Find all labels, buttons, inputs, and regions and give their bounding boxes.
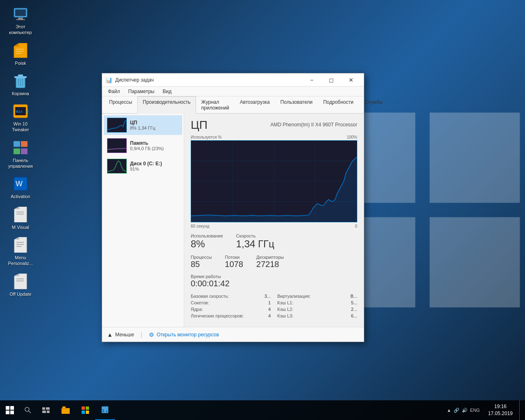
desktop-icon-activation[interactable]: W Activation bbox=[4, 174, 37, 201]
desktop-icon-control-panel[interactable]: Панель управления bbox=[4, 138, 37, 171]
monitor-link-container: ⚙ Открыть монитор ресурсов bbox=[149, 331, 219, 338]
taskbar-explorer-button[interactable] bbox=[56, 400, 75, 420]
close-button[interactable]: ✕ bbox=[342, 73, 361, 87]
chart-pct-100: 100% bbox=[347, 135, 357, 139]
desktop-icon-poisk[interactable]: Poisk bbox=[4, 41, 37, 68]
taskbar-search-button[interactable] bbox=[20, 400, 36, 420]
svg-rect-66 bbox=[103, 409, 104, 412]
svg-rect-51 bbox=[10, 411, 14, 414]
threads-label: Потоки bbox=[225, 255, 243, 260]
svg-rect-6 bbox=[18, 18, 23, 19]
svg-rect-68 bbox=[106, 411, 107, 412]
processes-value: 85 bbox=[191, 260, 212, 269]
desktop-icon-mvisual[interactable]: M.Visual bbox=[4, 205, 37, 232]
task-manager-body: ЦП 8% 1,34 ГГц Память 0,9/4,0 ГБ (23%) bbox=[102, 114, 364, 327]
cpu-model: AMD Phenom(tm) II X4 960T Processor bbox=[270, 122, 357, 128]
this-pc-label: Этот компьютер bbox=[6, 24, 35, 36]
svg-rect-30 bbox=[16, 212, 24, 212]
detail-cache-l3: Кэш L3: 6... bbox=[277, 313, 357, 319]
svg-rect-7 bbox=[16, 19, 25, 20]
descriptors-value: 27218 bbox=[256, 260, 284, 269]
control-panel-label: Панель управления bbox=[6, 158, 35, 169]
sidebar-item-cpu[interactable]: ЦП 8% 1,34 ГГц bbox=[104, 115, 182, 135]
svg-rect-31 bbox=[16, 214, 24, 215]
start-button[interactable] bbox=[0, 400, 20, 420]
svg-rect-62 bbox=[86, 406, 89, 410]
open-monitor-link[interactable]: Открыть монитор ресурсов bbox=[157, 332, 219, 338]
tab-details[interactable]: Подробности bbox=[318, 96, 359, 114]
cpu-title: ЦП bbox=[191, 119, 208, 132]
tab-autostart[interactable]: Автозагрузка bbox=[235, 96, 275, 114]
svg-rect-60 bbox=[62, 406, 66, 409]
detail-sockets: Сокетов: 1 bbox=[191, 300, 271, 306]
mvisual-label: M.Visual bbox=[12, 224, 29, 230]
desktop-icon-off-update[interactable]: Off Update bbox=[4, 272, 37, 299]
tab-users[interactable]: Пользователи bbox=[275, 96, 318, 114]
tab-performance[interactable]: Производительность bbox=[137, 96, 196, 114]
task-manager-titlebar: 📊 Диспетчер задач − ◻ ✕ bbox=[102, 73, 364, 87]
monitor-icon: ⚙ bbox=[149, 331, 154, 338]
poisk-icon bbox=[12, 42, 29, 59]
less-button[interactable]: ▲ Меньше bbox=[107, 331, 134, 338]
taskbar-right: ▲ 🔗 🔊 ENG 19:16 17.05.2019 bbox=[445, 400, 525, 420]
svg-rect-50 bbox=[6, 411, 9, 414]
disk-sidebar-info: Диск 0 (C: E:) 91% bbox=[130, 161, 179, 171]
show-desktop-button[interactable] bbox=[519, 400, 522, 420]
svg-rect-34 bbox=[16, 242, 24, 243]
cpu-header: ЦП AMD Phenom(tm) II X4 960T Processor bbox=[191, 119, 357, 132]
stat-uptime: Время работы 0:00:01:42 bbox=[191, 274, 230, 288]
svg-rect-11 bbox=[16, 51, 24, 52]
stats-row-2: Процессы 85 Потоки 1078 Дескрипторы 2721… bbox=[191, 255, 357, 269]
desktop-icon-recycle-bin[interactable]: Корзина bbox=[4, 71, 37, 98]
sidebar-item-memory[interactable]: Память 0,9/4,0 ГБ (23%) bbox=[104, 136, 182, 155]
menu-view[interactable]: Вид bbox=[158, 87, 176, 96]
chart-time-labels: 60 секунд 0 bbox=[191, 224, 357, 228]
language-label: ENG bbox=[470, 408, 480, 413]
stats-row-1: Использование 8% Скорость 1,34 ГГц bbox=[191, 233, 357, 250]
speed-value: 1,34 ГГц bbox=[236, 238, 274, 250]
maximize-button[interactable]: ◻ bbox=[322, 73, 341, 87]
mem-sidebar-info: Память 0,9/4,0 ГБ (23%) bbox=[130, 140, 179, 151]
tab-applog[interactable]: Журнал приложений bbox=[196, 96, 235, 114]
svg-rect-57 bbox=[47, 411, 50, 413]
svg-rect-5 bbox=[15, 9, 26, 16]
taskbar-taskmanager-button[interactable] bbox=[95, 400, 115, 420]
menu-file[interactable]: Файл bbox=[104, 87, 124, 96]
detail-virtualization: Виртуализация: В... bbox=[277, 293, 357, 299]
svg-rect-25 bbox=[21, 148, 27, 154]
svg-rect-54 bbox=[42, 407, 45, 410]
task-manager-window: 📊 Диспетчер задач − ◻ ✕ Файл Параметры В… bbox=[102, 73, 364, 342]
taskview-button[interactable] bbox=[36, 400, 56, 420]
minimize-button[interactable]: − bbox=[302, 73, 321, 87]
clock-time: 19:16 bbox=[488, 403, 513, 410]
tab-processes[interactable]: Процессы bbox=[104, 96, 137, 114]
mem-sidebar-name: Память bbox=[130, 140, 179, 146]
detail-cache-l2: Кэш L2: 2... bbox=[277, 306, 357, 312]
taskbar-store-button[interactable] bbox=[75, 400, 95, 420]
taskbar-clock[interactable]: 19:16 17.05.2019 bbox=[485, 403, 516, 417]
desktop-icon-this-pc[interactable]: Этот компьютер bbox=[4, 4, 37, 37]
stat-threads: Потоки 1078 bbox=[225, 255, 243, 269]
svg-line-53 bbox=[29, 411, 31, 413]
desktop-icons-container: Этот компьютер Poisk bbox=[4, 4, 37, 299]
activation-label: Activation bbox=[11, 194, 30, 199]
chevron-up-icon: ▲ bbox=[107, 331, 113, 338]
usage-value: 8% bbox=[191, 238, 223, 250]
svg-text:Win 10: Win 10 bbox=[16, 110, 28, 114]
svg-rect-39 bbox=[16, 278, 24, 279]
stats-row-3: Время работы 0:00:01:42 bbox=[191, 274, 357, 288]
tm-content-panel: ЦП AMD Phenom(tm) II X4 960T Processor И… bbox=[184, 114, 364, 327]
tab-services[interactable]: Службы bbox=[359, 96, 388, 114]
chart-y-label: Используется % bbox=[191, 135, 221, 139]
chevron-up-icon[interactable]: ▲ bbox=[447, 408, 451, 413]
processes-label: Процессы bbox=[191, 255, 212, 260]
win10tweaker-label: Win 10Tweaker bbox=[12, 121, 29, 133]
sidebar-item-disk[interactable]: Диск 0 (C: E:) 91% bbox=[104, 156, 182, 176]
svg-rect-63 bbox=[82, 411, 85, 414]
uptime-value: 0:00:01:42 bbox=[191, 279, 230, 288]
desktop-icon-menu-personal[interactable]: Menu Personaliz... bbox=[4, 235, 37, 268]
detail-logical-procs: Логических процессоров: 4 bbox=[191, 313, 271, 319]
network-icon: 🔗 bbox=[454, 408, 459, 413]
desktop-icon-win10tweaker[interactable]: Win 10 Win 10Tweaker bbox=[4, 101, 37, 135]
menu-params[interactable]: Параметры bbox=[124, 87, 159, 96]
